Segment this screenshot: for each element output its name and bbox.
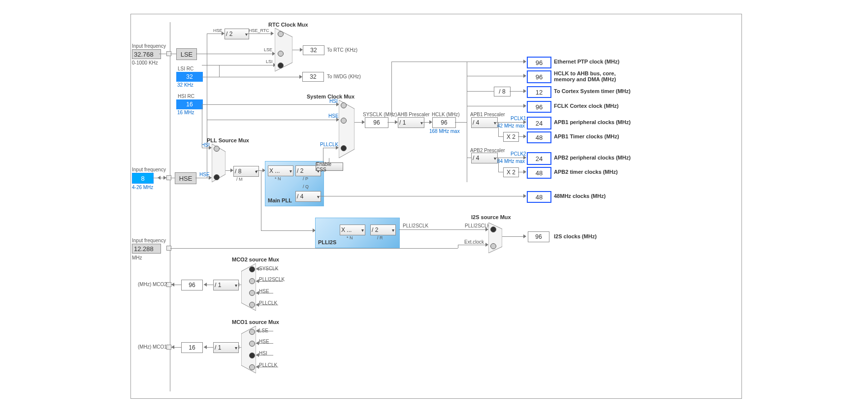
i2s-out-lbl: I2S clocks (MHz) <box>554 233 597 239</box>
chevron-down-icon: ▾ <box>289 168 292 174</box>
plli2s-n-lbl: * N <box>347 235 353 240</box>
ahb-lbl: AHB Prescaler <box>397 112 430 117</box>
rtc-lsi-lbl: LSI <box>266 59 273 64</box>
mco2-mux[interactable] <box>241 263 256 311</box>
chevron-down-icon: ▾ <box>392 227 394 233</box>
i2s-input-unit: MHz <box>132 255 142 260</box>
chevron-down-icon: ▾ <box>235 345 237 351</box>
sys-mux[interactable] <box>339 100 354 158</box>
out-eth-lbl: Ethernet PTP clock (MHz) <box>554 59 619 64</box>
main-pll-title: Main PLL <box>268 197 292 203</box>
pllsrc-title: PLL Source Mux <box>207 137 249 143</box>
apb2-timx: X 2 <box>503 167 519 177</box>
chevron-down-icon: ▾ <box>317 194 320 199</box>
lse-input-range: 0-1000 KHz <box>132 60 158 65</box>
pll-p-lbl: / P <box>303 176 308 181</box>
rtc-mux[interactable] <box>275 28 292 71</box>
out-48-lbl: 48MHz clocks (MHz) <box>554 193 606 199</box>
mco2-pllclk-radio[interactable] <box>249 302 255 308</box>
lse-input-label: Input frequency <box>132 43 166 49</box>
lsi-rc-note: 32 KHz <box>177 82 193 88</box>
enable-css-button[interactable]: Enable CSS <box>316 162 343 171</box>
i2smux-b-radio[interactable] <box>490 243 496 249</box>
i2s-input-label: Input frequency <box>132 238 166 243</box>
lse-input-value[interactable]: 32.768 <box>132 49 161 59</box>
mco1-val: 16 <box>181 342 203 353</box>
iwdg-lbl: To IWDG (KHz) <box>327 74 361 79</box>
out-apb1t-lbl: APB1 Timer clocks (MHz) <box>554 133 619 139</box>
mco1-hse-radio[interactable] <box>249 341 255 347</box>
mco2-hse-radio[interactable] <box>249 290 255 296</box>
mco1-lse-radio[interactable] <box>249 329 255 335</box>
rtc-mux-title: RTC Clock Mux <box>268 22 308 28</box>
rtc-hsertc-lbl: HSE_RTC <box>249 28 269 33</box>
out-apb2t-val: 48 <box>527 167 551 179</box>
pll-n[interactable]: X ...▾ <box>268 165 293 176</box>
pll-q[interactable]: / 4▾ <box>295 191 321 202</box>
apb2-max: 84 MHz max <box>497 159 525 164</box>
mco1-title: MCO1 source Mux <box>232 319 279 325</box>
sysmux-hsi-radio[interactable] <box>341 102 347 108</box>
plli2s-r[interactable]: / 2▾ <box>370 225 396 235</box>
out-fclk-lbl: FCLK Cortex clock (MHz) <box>554 103 618 109</box>
plli2s-out: PLLI2SCLK <box>403 223 428 228</box>
hse-input-label: Input frequency <box>132 167 166 172</box>
hclk-value[interactable]: 96 <box>432 117 456 128</box>
i2s-mux[interactable] <box>488 223 502 253</box>
sysmux-pllclk-radio[interactable] <box>341 145 347 151</box>
chevron-down-icon: ▾ <box>235 283 237 288</box>
out-hclkbus-lbl: HCLK to AHB bus, core, memory and DMA (M… <box>554 70 638 82</box>
rtc-mux-lse-radio[interactable] <box>278 51 284 57</box>
i2smux-a-radio[interactable] <box>490 226 496 232</box>
out-apb2p-val: 24 <box>527 152 551 165</box>
pll-q-lbl: / Q <box>303 184 309 189</box>
sysmux-hse-radio[interactable] <box>341 118 347 124</box>
hse-block: HSE <box>175 172 196 184</box>
pllsrc-hse-radio[interactable] <box>214 174 220 180</box>
pll-m-div[interactable]: / 8▾ <box>233 166 259 177</box>
mco2-div[interactable]: / 1▾ <box>213 280 239 290</box>
iwdg-value: 32 <box>302 72 324 82</box>
sysmux-hsi: HSI <box>329 98 338 104</box>
mco1-pin <box>166 345 171 350</box>
out-apb1p-lbl: APB1 peripheral clocks (MHz) <box>554 119 631 125</box>
pllsrc-hsi-radio[interactable] <box>214 146 220 152</box>
out-eth-val: 96 <box>527 57 551 68</box>
main-bus-vline <box>170 22 170 391</box>
mco1-hsi-radio[interactable] <box>249 353 255 358</box>
mco2-title: MCO2 source Mux <box>232 257 279 262</box>
pll-n-lbl: * N <box>275 176 281 181</box>
apb1-timx: X 2 <box>503 132 519 142</box>
rtc-lse-lbl: LSE <box>264 47 272 52</box>
apb1-div[interactable]: / 4▾ <box>471 117 498 128</box>
mco2-pin <box>166 282 171 287</box>
mco2-plli2s-radio[interactable] <box>249 278 255 284</box>
hsi-rc-title: HSI RC <box>178 94 194 99</box>
sysmux-pllclk: PLLCLK <box>320 142 338 147</box>
rtc-hse-div[interactable]: / 2▾ <box>225 29 249 39</box>
mco1-div[interactable]: / 1▾ <box>213 342 239 353</box>
plli2s-r-lbl: / R <box>377 235 383 240</box>
hse-input-value[interactable]: 8 <box>132 173 154 184</box>
rtc-mux-hse-radio[interactable] <box>278 31 284 37</box>
apb2-div[interactable]: / 4▾ <box>471 153 498 163</box>
lse-block: LSE <box>176 48 197 60</box>
mco1-mux[interactable] <box>241 326 256 373</box>
chevron-down-icon: ▾ <box>245 32 248 37</box>
hsi-rc-value: 16 <box>176 99 203 109</box>
mco2-sysclk-radio[interactable] <box>249 266 255 272</box>
ahb-div[interactable]: / 1▾ <box>398 117 424 128</box>
sysclk-value[interactable]: 96 <box>365 117 388 128</box>
out-systick-val: 12 <box>527 86 551 98</box>
plli2s-n[interactable]: X ...▾ <box>340 225 365 235</box>
mco1-pllclk-radio[interactable] <box>249 364 255 370</box>
rtc-mux-lsi-radio[interactable] <box>278 63 284 68</box>
out-fclk-val: 96 <box>527 101 551 113</box>
pllsrc-mux[interactable] <box>212 144 225 182</box>
hclk-max: 168 MHz max <box>429 129 460 134</box>
systick-div: / 8 <box>494 87 511 97</box>
out-systick-lbl: To Cortex System timer (MHz) <box>554 88 631 94</box>
rtc-out-lbl: To RTC (KHz) <box>327 47 357 53</box>
pllsrc-hse: HSE <box>199 172 210 177</box>
i2s-input-value[interactable]: 12.288 <box>132 244 161 254</box>
